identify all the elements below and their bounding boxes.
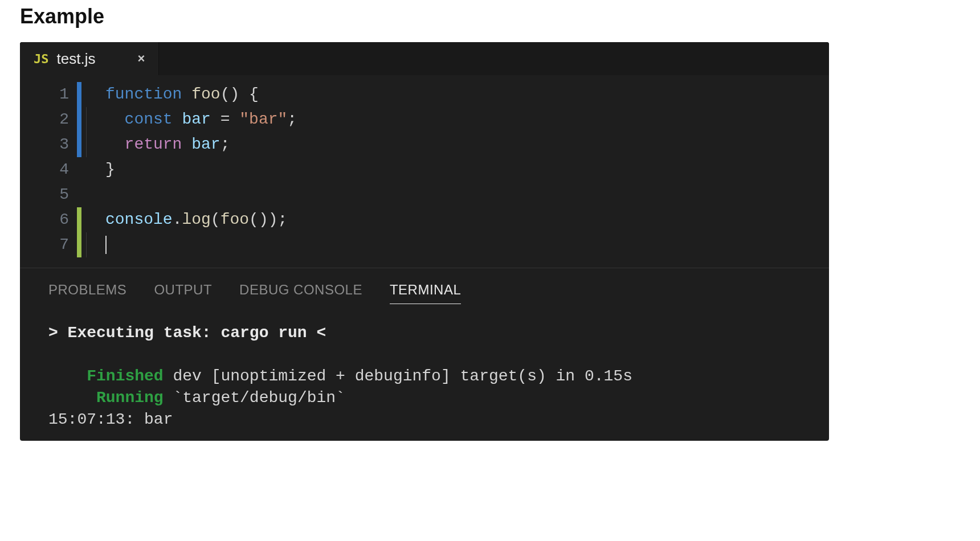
editor-tabbar: JS test.js × [20,42,829,75]
tab-output[interactable]: OUTPUT [154,282,212,304]
code-line: 7 [20,232,829,257]
close-icon[interactable]: × [137,51,145,66]
file-tab-label: test.js [57,50,96,68]
code-text: return bar; [105,132,230,157]
code-editor[interactable]: 1 function foo() { 2 const bar = "bar"; … [20,75,829,268]
example-heading: Example [20,5,960,28]
terminal-exec-line: > Executing task: cargo run < [48,324,326,342]
bottom-panel: PROBLEMS OUTPUT DEBUG CONSOLE TERMINAL >… [20,268,829,441]
panel-tabbar: PROBLEMS OUTPUT DEBUG CONSOLE TERMINAL [20,268,829,309]
line-number: 6 [20,207,77,232]
tab-terminal[interactable]: TERMINAL [390,282,461,304]
js-file-icon: JS [34,52,49,66]
code-text: console.log(foo()); [105,207,287,232]
code-text [105,232,107,257]
line-number: 2 [20,107,77,132]
tab-problems[interactable]: PROBLEMS [48,282,126,304]
line-number: 3 [20,132,77,157]
terminal-output-line: 15:07:13: bar [48,411,173,428]
code-line: 1 function foo() { [20,82,829,107]
terminal-output[interactable]: > Executing task: cargo run < Finished d… [20,309,829,441]
file-tab-testjs[interactable]: JS test.js × [20,42,159,75]
git-gutter-added [77,207,81,232]
terminal-finished-rest: dev [unoptimized + debuginfo] target(s) … [164,367,632,385]
git-gutter-modified [77,82,81,107]
code-line: 4 } [20,157,829,182]
git-gutter-modified [77,132,81,157]
line-number: 4 [20,157,77,182]
terminal-running-rest: `target/debug/bin` [164,389,345,407]
git-gutter-modified [77,107,81,132]
terminal-running-label: Running [96,389,164,407]
code-line: 3 return bar; [20,132,829,157]
code-line: 6 console.log(foo()); [20,207,829,232]
text-cursor [105,236,107,254]
line-number: 7 [20,232,77,257]
editor-frame: JS test.js × 1 function foo() { 2 const … [20,42,829,441]
tab-debug-console[interactable]: DEBUG CONSOLE [239,282,362,304]
code-line: 5 [20,182,829,207]
code-text: const bar = "bar"; [105,107,297,132]
line-number: 1 [20,82,77,107]
terminal-finished-label: Finished [87,367,163,385]
line-number: 5 [20,182,77,207]
code-text: function foo() { [105,82,259,107]
git-gutter-added [77,232,81,257]
code-text: } [105,157,115,182]
code-line: 2 const bar = "bar"; [20,107,829,132]
